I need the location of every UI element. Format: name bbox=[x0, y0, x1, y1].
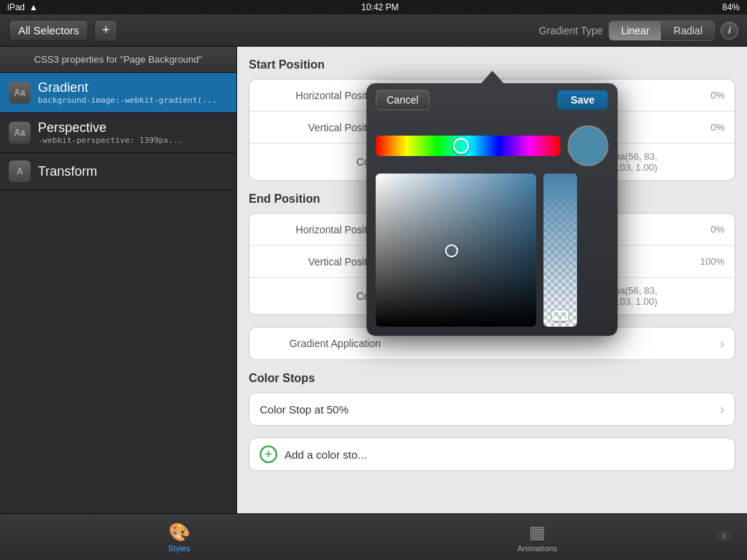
hue-slider[interactable] bbox=[376, 136, 560, 156]
color-stop-chevron-icon: › bbox=[720, 402, 724, 417]
linear-button[interactable]: Linear bbox=[609, 21, 662, 40]
saturation-thumb[interactable] bbox=[445, 244, 458, 257]
device-label: iPad bbox=[7, 2, 25, 12]
cancel-button[interactable]: Cancel bbox=[376, 90, 430, 110]
gradient-subtitle: background-image:-webkit-gradient(... bbox=[38, 96, 217, 105]
perspective-icon: Aa bbox=[9, 122, 31, 144]
battery-label: 84% bbox=[722, 2, 740, 12]
transform-title: Transform bbox=[38, 164, 97, 179]
end-vertical-value: 100% bbox=[687, 256, 724, 267]
styles-label: Styles bbox=[169, 544, 190, 553]
lower-row bbox=[376, 174, 608, 327]
transform-icon: A bbox=[9, 160, 31, 182]
gradient-app-label: Gradient Application bbox=[260, 338, 391, 349]
modal-header: Cancel Save bbox=[367, 84, 617, 117]
gradient-type-label: Gradient Type bbox=[539, 25, 603, 36]
status-time: 10:42 PM bbox=[361, 2, 398, 12]
gradient-icon: Aa bbox=[9, 82, 31, 104]
perspective-subtitle: -webkit-perspective: 1399px... bbox=[38, 136, 183, 145]
status-right: 84% bbox=[722, 2, 740, 12]
tab-styles[interactable]: 🎨 Styles bbox=[0, 518, 358, 557]
add-color-stop-button[interactable]: + Add a color sto... bbox=[249, 438, 735, 471]
toolbar-left: All Selectors + bbox=[9, 20, 117, 42]
gradient-type-segmented: Linear Radial bbox=[608, 20, 715, 41]
wifi-icon: ▲ bbox=[29, 2, 38, 12]
tab-animations[interactable]: ▦ Animations bbox=[358, 518, 716, 557]
sidebar-header-text: CSS3 properties for "Page Background" bbox=[10, 54, 226, 65]
status-left: iPad ▲ bbox=[7, 2, 38, 12]
all-selectors-button[interactable]: All Selectors bbox=[9, 20, 88, 41]
toolbar-right: Gradient Type Linear Radial i bbox=[539, 20, 738, 41]
add-button[interactable]: + bbox=[94, 20, 117, 42]
status-bar: iPad ▲ 10:42 PM 84% bbox=[0, 0, 747, 15]
alpha-slider[interactable] bbox=[543, 174, 577, 327]
tab-bar: 🎨 Styles ▦ Animations 👁 bbox=[0, 513, 747, 560]
chevron-right-icon: › bbox=[720, 336, 724, 351]
info-button[interactable]: i bbox=[721, 22, 738, 39]
color-stop-row[interactable]: Color Stop at 50% › bbox=[249, 393, 735, 425]
color-stop-label: Color Stop at 50% bbox=[260, 403, 720, 416]
gradient-title: Gradient bbox=[38, 80, 217, 96]
sidebar-header: CSS3 properties for "Page Background" bbox=[0, 47, 236, 73]
alpha-overlay bbox=[543, 174, 577, 327]
start-horizontal-value: 0% bbox=[687, 90, 724, 101]
hue-thumb[interactable] bbox=[453, 138, 469, 154]
add-color-stop-label: Add a color sto... bbox=[285, 448, 367, 461]
color-stops-card: Color Stop at 50% › bbox=[249, 392, 735, 426]
radial-button[interactable]: Radial bbox=[662, 21, 714, 40]
hue-row bbox=[376, 125, 608, 166]
start-vertical-value: 0% bbox=[687, 122, 724, 133]
styles-icon: 🎨 bbox=[169, 522, 190, 542]
start-position-title: Start Position bbox=[249, 58, 735, 71]
animations-label: Animations bbox=[517, 544, 557, 553]
sidebar-item-transform[interactable]: A Transform bbox=[0, 153, 236, 190]
sidebar-item-gradient[interactable]: Aa Gradient background-image:-webkit-gra… bbox=[0, 73, 236, 113]
color-stops-title: Color Stops bbox=[249, 372, 735, 385]
end-horizontal-value: 0% bbox=[687, 224, 724, 235]
saturation-area[interactable] bbox=[376, 174, 536, 327]
perspective-title: Perspective bbox=[38, 120, 183, 136]
save-button[interactable]: Save bbox=[557, 90, 608, 110]
color-picker-modal: Cancel Save bbox=[366, 83, 618, 336]
animations-icon: ▦ bbox=[529, 522, 546, 542]
top-toolbar: All Selectors + Gradient Type Linear Rad… bbox=[0, 15, 747, 47]
color-preview-circle bbox=[568, 125, 608, 166]
sidebar: CSS3 properties for "Page Background" Aa… bbox=[0, 47, 237, 513]
modal-triangle bbox=[481, 71, 504, 84]
sidebar-item-perspective[interactable]: Aa Perspective -webkit-perspective: 1399… bbox=[0, 113, 236, 153]
alpha-thumb[interactable] bbox=[552, 311, 568, 321]
modal-body bbox=[367, 117, 617, 335]
eye-icon[interactable]: 👁 bbox=[716, 528, 732, 547]
add-color-stop-icon: + bbox=[260, 446, 277, 463]
